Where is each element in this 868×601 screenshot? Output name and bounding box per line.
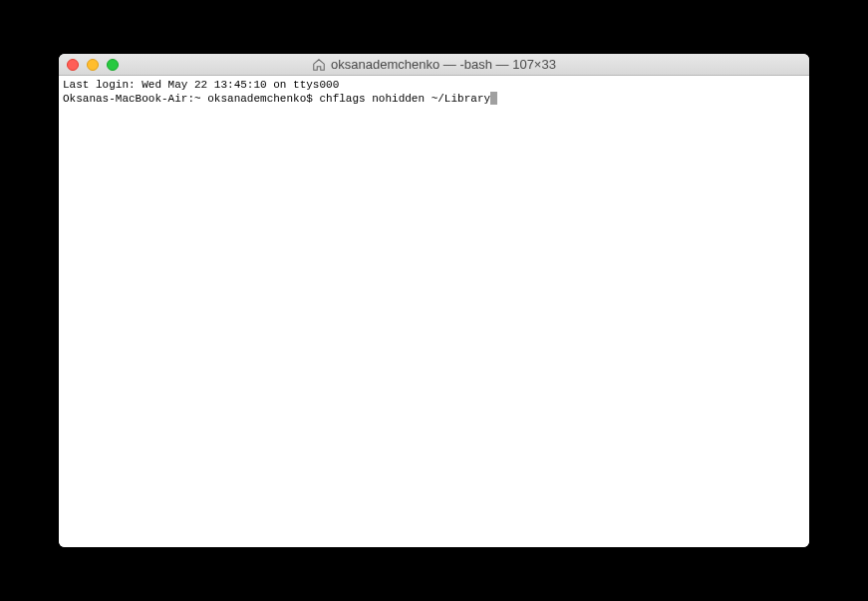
minimize-button[interactable] (87, 59, 99, 71)
traffic-lights (67, 59, 119, 71)
terminal-window: oksanademchenko — -bash — 107×33 Last lo… (59, 54, 809, 547)
terminal-cursor (490, 92, 497, 105)
terminal-output-line: Last login: Wed May 22 13:45:10 on ttys0… (63, 78, 805, 92)
terminal-prompt-line: Oksanas-MacBook-Air:~ oksanademchenko$ c… (63, 92, 805, 106)
maximize-button[interactable] (107, 59, 119, 71)
window-titlebar[interactable]: oksanademchenko — -bash — 107×33 (59, 54, 809, 76)
terminal-content-area[interactable]: Last login: Wed May 22 13:45:10 on ttys0… (59, 76, 809, 547)
close-button[interactable] (67, 59, 79, 71)
home-icon (312, 58, 326, 72)
terminal-command: chflags nohidden ~/Library (319, 93, 490, 105)
terminal-prompt: Oksanas-MacBook-Air:~ oksanademchenko$ (63, 93, 319, 105)
window-title: oksanademchenko — -bash — 107×33 (331, 57, 556, 72)
window-title-container: oksanademchenko — -bash — 107×33 (59, 57, 809, 72)
